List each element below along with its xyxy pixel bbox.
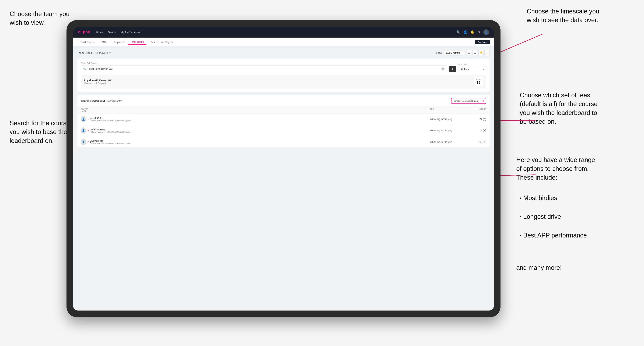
course-result-name: Royal North Devon GC — [84, 79, 112, 82]
clear-search-btn[interactable]: ✕ — [441, 67, 445, 71]
tablet-device: clippd Home Teams My Performance 🔍 👤 🔔 ⚙… — [66, 20, 500, 317]
player-club: Royal North Devon Golf Club, United King… — [91, 120, 430, 122]
bullet-item-drive: Longest drive — [520, 212, 611, 221]
team-title: Team Clippd | 14 Players — [77, 51, 108, 54]
search-icon: 🔍 — [83, 67, 86, 70]
trophy-view-btn[interactable]: 🏆 — [478, 50, 484, 55]
nav-my-performance[interactable]: My Performance — [120, 31, 140, 34]
player-rank-avatar-3: 👤 ♥ 3 — [81, 139, 91, 145]
course-holes-badge: Holes 18 — [474, 77, 483, 86]
app-logo: clippd — [78, 30, 90, 34]
table-row: 👤 ♥ 3 David Ford Royal North Devon Golf … — [77, 136, 490, 148]
player-rank-avatar: 👤 ♥ 1 — [81, 116, 91, 122]
leaderboard-table-header: PLAYER NAME TEE SCORE — [77, 107, 490, 114]
leaderboard-title: Course Leaderboard, — [81, 100, 106, 102]
avatar: 👤 — [81, 116, 86, 122]
table-row: 👤 ♥ 1 Josh Coles Royal North Devon Golf … — [77, 114, 490, 125]
col-header-score: SCORE — [465, 108, 486, 112]
player-club-2: Royal North Devon Golf Club, United King… — [91, 131, 430, 133]
view-icons: ☷ ☰ 🏆 ⬇ — [466, 50, 490, 55]
rank-number-3: 3 — [90, 141, 91, 143]
avatar-btn[interactable]: 👤 — [483, 29, 489, 35]
show-label: Show: — [436, 51, 442, 54]
player-name: Josh Coles — [91, 117, 430, 120]
heart-icon-3: ♥ — [88, 141, 89, 143]
player-name-2: Blair McHarg — [91, 128, 430, 131]
player-info-3: David Ford Royal North Devon Golf Club, … — [91, 140, 430, 144]
rank-number-2: 1 — [90, 129, 91, 132]
download-view-btn[interactable]: ⬇ — [484, 50, 490, 55]
settings-icon-btn[interactable]: ⚙ — [478, 30, 480, 34]
avatar-2: 👤 — [81, 127, 86, 134]
course-search-label: Find a Golf Course — [81, 62, 447, 64]
edit-team-icon[interactable]: ✎ — [109, 51, 111, 54]
score-type-dropdown[interactable]: Lowest Score (18 holes) Most Birdies Lon… — [451, 98, 486, 104]
add-team-button[interactable]: Add Team — [475, 40, 490, 44]
nav-home[interactable]: Home — [96, 31, 103, 34]
tee-select-wrap: Select Tee All Tees White Yellow Red ▼ — [458, 63, 486, 72]
show-controls: Show: Last 3 months Last month Last 6 mo… — [436, 50, 490, 55]
tee-dropdown[interactable]: All Tees White Yellow Red — [458, 66, 486, 72]
tee-info-3: White (M) (6,744 yds) — [430, 141, 465, 143]
player-info: Josh Coles Royal North Devon Golf Club, … — [91, 117, 430, 122]
player-rank-avatar-2: 👤 ♥ 1 — [81, 127, 91, 134]
course-finder-card: Find a Golf Course 🔍 ✕ ★ Select Tee All … — [77, 58, 490, 92]
sub-nav-all-players[interactable]: All Players — [159, 40, 175, 44]
table-row: 👤 ♥ 1 Blair McHarg Royal North Devon Gol… — [77, 125, 490, 136]
person-icon-btn[interactable]: 👤 — [464, 30, 467, 34]
favourite-btn[interactable]: ★ — [450, 66, 456, 72]
app-navbar: clippd Home Teams My Performance 🔍 👤 🔔 ⚙… — [73, 27, 494, 37]
grid-view-btn[interactable]: ☷ — [466, 50, 472, 55]
main-content: Team Clippd | 14 Players ✎ Show: Last 3 … — [73, 47, 494, 311]
avatar-3: 👤 — [81, 139, 86, 145]
score-value: 72 (E) — [465, 118, 486, 121]
bell-icon-btn[interactable]: 🔔 — [470, 30, 474, 34]
player-info-2: Blair McHarg Royal North Devon Golf Club… — [91, 128, 430, 133]
nav-teams[interactable]: Teams — [108, 31, 116, 34]
leaderboard-header: Course Leaderboard, Last 3 months Lowest… — [77, 95, 490, 107]
sub-nav-hcaps[interactable]: Hcaps 1-5 — [110, 40, 126, 44]
course-search-input-wrap: 🔍 ✕ — [81, 65, 447, 72]
bullet-item-app: Best APP performance — [520, 231, 611, 240]
col-header-player: PLAYER NAME — [81, 108, 91, 112]
annotation-options: Here you have a wide range of options to… — [516, 147, 611, 281]
team-player-count: 14 Players — [96, 51, 108, 54]
tablet-screen: clippd Home Teams My Performance 🔍 👤 🔔 ⚙… — [73, 27, 494, 311]
score-value-2: 72 (E) — [465, 129, 486, 132]
leaderboard-card: Course Leaderboard, Last 3 months Lowest… — [77, 95, 490, 148]
col-header-tee: TEE — [430, 108, 465, 112]
holes-value: 18 — [476, 81, 480, 84]
annotation-tees: Choose which set of tees (default is all… — [520, 91, 611, 126]
rank-number: 1 — [90, 118, 91, 121]
nav-links: Home Teams My Performance — [96, 31, 456, 34]
sub-nav-tour[interactable]: Tour — [148, 40, 158, 44]
sub-nav-pga[interactable]: PGA — [99, 40, 109, 44]
score-value-3: 73 (+1) — [465, 141, 486, 143]
course-result: Royal North Devon GC Westward Ho!, Engla… — [81, 75, 486, 89]
col-header-spacer — [91, 108, 430, 112]
course-result-location: Westward Ho!, England — [84, 82, 112, 85]
course-search-input[interactable] — [88, 67, 440, 70]
sub-nav-pgat[interactable]: PGAT Players — [77, 40, 98, 44]
holes-label: Holes — [476, 79, 481, 81]
heart-icon-2: ♥ — [88, 129, 89, 132]
annotation-top-right: Choose the timescale you wish to see the… — [527, 7, 611, 25]
team-header: Team Clippd | 14 Players ✎ Show: Last 3 … — [77, 50, 490, 55]
sub-navbar: PGAT Players PGA Hcaps 1-5 Team Clippd T… — [73, 37, 494, 47]
list-view-btn[interactable]: ☰ — [472, 50, 478, 55]
leaderboard-subtitle: Last 3 months — [107, 100, 122, 102]
nav-icons: 🔍 👤 🔔 ⚙ 👤 — [456, 29, 489, 35]
and-more-text: and many more! — [516, 263, 611, 272]
bullet-item-birdies: Most birdies — [520, 194, 611, 202]
player-club-3: Royal North Devon Golf Club, United King… — [91, 142, 430, 144]
time-range-dropdown[interactable]: Last 3 months Last month Last 6 months L… — [444, 51, 465, 55]
tee-select-label: Select Tee — [458, 63, 486, 65]
heart-icon: ♥ — [88, 118, 89, 120]
search-icon-btn[interactable]: 🔍 — [456, 30, 460, 34]
tee-info: White (M) (6,744 yds) — [430, 118, 465, 121]
sub-nav-team-clippd[interactable]: Team Clippd — [128, 39, 146, 45]
tee-info-2: White (M) (6,744 yds) — [430, 129, 465, 132]
player-name-3: David Ford — [91, 140, 430, 142]
